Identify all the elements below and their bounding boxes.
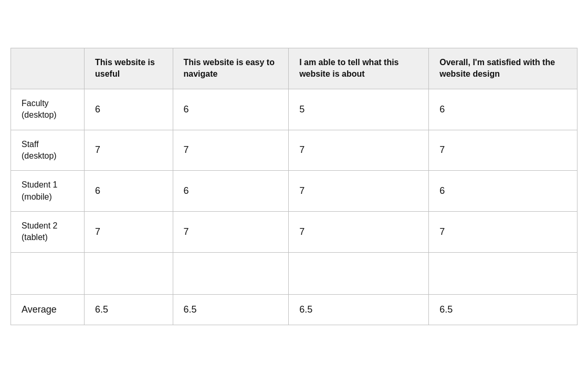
cell-2-participant: Student 1 (mobile) (11, 171, 85, 212)
cell-1-satisfied: 7 (429, 130, 578, 171)
cell-4-navigate (173, 252, 289, 294)
table-row: Faculty (desktop)6656 (11, 89, 578, 130)
data-table: This website is useful This website is e… (10, 48, 578, 325)
cell-3-participant: Student 2 (tablet) (11, 212, 85, 253)
cell-3-about: 7 (289, 212, 429, 253)
cell-2-navigate: 6 (173, 171, 289, 212)
header-row: This website is useful This website is e… (11, 48, 578, 89)
cell-4-satisfied (429, 252, 578, 294)
cell-4-useful (85, 252, 173, 294)
cell-0-about: 5 (289, 89, 429, 130)
cell-4-about (289, 252, 429, 294)
header-participant (11, 48, 85, 89)
header-navigate: This website is easy to navigate (173, 48, 289, 89)
cell-0-participant: Faculty (desktop) (11, 89, 85, 130)
cell-4-participant (11, 252, 85, 294)
cell-0-useful: 6 (85, 89, 173, 130)
cell-1-participant: Staff (desktop) (11, 130, 85, 171)
cell-1-about: 7 (289, 130, 429, 171)
cell-1-useful: 7 (85, 130, 173, 171)
table-row: Staff (desktop)7777 (11, 130, 578, 171)
cell-5-useful: 6.5 (85, 294, 173, 325)
cell-2-about: 7 (289, 171, 429, 212)
cell-2-useful: 6 (85, 171, 173, 212)
cell-3-navigate: 7 (173, 212, 289, 253)
table-container: This website is useful This website is e… (10, 48, 578, 325)
header-about: I am able to tell what this website is a… (289, 48, 429, 89)
header-satisfied: Overall, I'm satisfied with the website … (429, 48, 578, 89)
table-row: Student 2 (tablet)7777 (11, 212, 578, 253)
cell-0-navigate: 6 (173, 89, 289, 130)
cell-5-participant: Average (11, 294, 85, 325)
cell-5-navigate: 6.5 (173, 294, 289, 325)
cell-5-satisfied: 6.5 (429, 294, 578, 325)
table-row: Average6.56.56.56.5 (11, 294, 578, 325)
table-row (11, 252, 578, 294)
table-row: Student 1 (mobile)6676 (11, 171, 578, 212)
cell-3-useful: 7 (85, 212, 173, 253)
cell-3-satisfied: 7 (429, 212, 578, 253)
header-useful: This website is useful (85, 48, 173, 89)
cell-0-satisfied: 6 (429, 89, 578, 130)
cell-5-about: 6.5 (289, 294, 429, 325)
cell-1-navigate: 7 (173, 130, 289, 171)
cell-2-satisfied: 6 (429, 171, 578, 212)
